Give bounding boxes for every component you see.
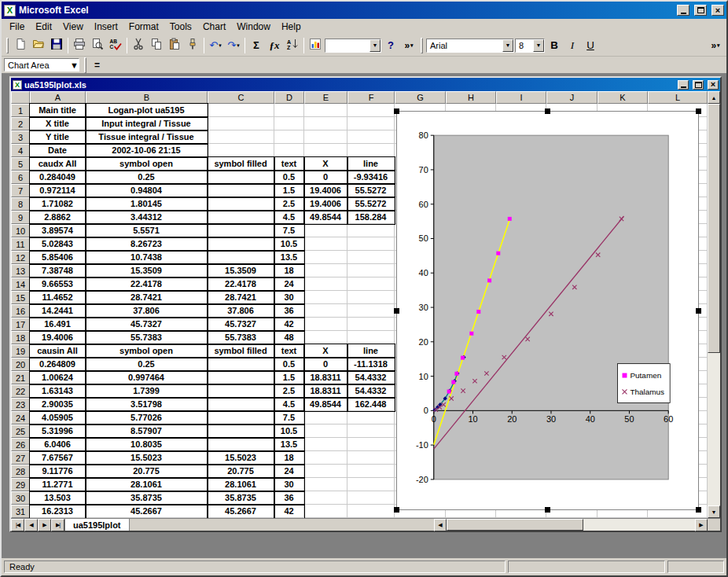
toolbar-drag-handle[interactable] — [6, 38, 9, 53]
menu-tools[interactable]: Tools — [164, 20, 197, 34]
cell-C22[interactable] — [208, 384, 274, 398]
font-name-combo[interactable]: Arial ▼ — [426, 39, 514, 53]
cell-E8[interactable]: 19.4006 — [304, 197, 347, 211]
cell-C9[interactable] — [208, 211, 274, 224]
cell-B13[interactable]: 15.3509 — [86, 264, 208, 277]
cell-A29[interactable]: 11.2771 — [30, 478, 86, 491]
cell-D19[interactable]: text — [274, 344, 304, 358]
edit-formula-button[interactable]: = — [91, 60, 103, 71]
cell-A2[interactable]: X title — [30, 117, 86, 130]
scroll-right-button[interactable]: ▶ — [695, 519, 708, 531]
row-header-4[interactable]: 4 — [11, 144, 30, 157]
select-all-corner[interactable] — [11, 91, 30, 104]
cell-F12[interactable] — [347, 251, 395, 264]
menu-file[interactable]: File — [4, 20, 30, 34]
cell-D9[interactable]: 4.5 — [274, 211, 304, 224]
selection-handle-ne[interactable] — [696, 108, 701, 114]
cell-A13[interactable]: 7.38748 — [30, 264, 86, 277]
row-header-14[interactable]: 14 — [11, 277, 30, 291]
font-size-combo[interactable]: 8 ▼ — [515, 39, 545, 53]
cell-C6[interactable] — [208, 171, 274, 184]
cell-C27[interactable]: 15.5023 — [208, 451, 274, 465]
cell-B3[interactable]: Tissue integral / Tissue — [86, 130, 208, 144]
cell-D22[interactable]: 2.5 — [274, 384, 304, 398]
cell-B21[interactable]: 0.997464 — [86, 371, 208, 384]
cell-A4[interactable]: Date — [30, 144, 86, 157]
cell-A17[interactable]: 16.491 — [30, 318, 86, 331]
column-header-F[interactable]: F — [347, 91, 395, 104]
cell-E6[interactable]: 0 — [304, 171, 347, 184]
help-button[interactable]: ? — [382, 37, 399, 54]
print-button[interactable] — [71, 37, 88, 54]
cell-B15[interactable]: 28.7421 — [86, 291, 208, 304]
cell-A11[interactable]: 5.02843 — [30, 237, 86, 251]
name-box[interactable]: Chart Area ▼ — [4, 58, 79, 72]
cell-E17[interactable] — [304, 318, 347, 331]
formatting-toolbar-options-button[interactable]: »▾ — [707, 37, 724, 54]
cell-F3[interactable] — [347, 130, 395, 144]
cell-D27[interactable]: 18 — [274, 451, 304, 465]
cell-B25[interactable]: 8.57907 — [86, 424, 208, 438]
cell-C15[interactable]: 28.7421 — [208, 291, 274, 304]
cell-B31[interactable]: 45.2667 — [86, 505, 208, 518]
cell-A28[interactable]: 9.11776 — [30, 465, 86, 478]
cell-C1[interactable] — [208, 104, 274, 117]
cell-D12[interactable]: 13.5 — [274, 251, 304, 264]
workbook-titlebar[interactable]: X ua5195lplot.xls × — [11, 78, 720, 91]
cell-F15[interactable] — [347, 291, 395, 304]
cell-E24[interactable] — [304, 411, 347, 424]
cell-B16[interactable]: 37.806 — [86, 304, 208, 318]
cell-F9[interactable]: 158.284 — [347, 211, 395, 224]
row-header-9[interactable]: 9 — [11, 211, 30, 224]
open-button[interactable] — [30, 37, 47, 54]
menu-insert[interactable]: Insert — [89, 20, 123, 34]
cell-B17[interactable]: 45.7327 — [86, 318, 208, 331]
cell-E14[interactable] — [304, 277, 347, 291]
cell-D23[interactable]: 4.5 — [274, 398, 304, 411]
row-header-5[interactable]: 5 — [11, 157, 30, 171]
cell-B30[interactable]: 35.8735 — [86, 491, 208, 505]
cell-D28[interactable]: 24 — [274, 465, 304, 478]
cell-A7[interactable]: 0.972114 — [30, 184, 86, 197]
row-header-18[interactable]: 18 — [11, 331, 30, 344]
cell-A31[interactable]: 16.2313 — [30, 505, 86, 518]
row-header-25[interactable]: 25 — [11, 424, 30, 438]
save-button[interactable] — [48, 37, 65, 54]
column-header-L[interactable]: L — [648, 91, 708, 104]
cell-D31[interactable]: 42 — [274, 505, 304, 518]
cell-E25[interactable] — [304, 424, 347, 438]
app-titlebar[interactable]: X Microsoft Excel × — [2, 2, 726, 19]
cell-E10[interactable] — [304, 224, 347, 237]
row-header-23[interactable]: 23 — [11, 398, 30, 411]
row-header-16[interactable]: 16 — [11, 304, 30, 318]
scroll-left-button[interactable]: ◀ — [434, 519, 447, 531]
cell-D21[interactable]: 1.5 — [274, 371, 304, 384]
row-header-10[interactable]: 10 — [11, 224, 30, 237]
cell-A30[interactable]: 13.503 — [30, 491, 86, 505]
cell-F28[interactable] — [347, 465, 395, 478]
menu-chart[interactable]: Chart — [197, 20, 231, 34]
cell-E12[interactable] — [304, 251, 347, 264]
paste-function-button[interactable]: ƒx — [266, 37, 283, 54]
row-header-6[interactable]: 6 — [11, 171, 30, 184]
cell-B6[interactable]: 0.25 — [86, 171, 208, 184]
cell-A20[interactable]: 0.264809 — [30, 358, 86, 371]
cell-B9[interactable]: 3.44312 — [86, 211, 208, 224]
cell-C24[interactable] — [208, 411, 274, 424]
row-header-3[interactable]: 3 — [11, 130, 30, 144]
cell-B7[interactable]: 0.94804 — [86, 184, 208, 197]
row-header-26[interactable]: 26 — [11, 438, 30, 451]
cell-F21[interactable]: 54.4332 — [347, 371, 395, 384]
cell-A3[interactable]: Y title — [30, 130, 86, 144]
cell-D7[interactable]: 1.5 — [274, 184, 304, 197]
cell-E27[interactable] — [304, 451, 347, 465]
cell-F2[interactable] — [347, 117, 395, 130]
cell-D17[interactable]: 42 — [274, 318, 304, 331]
row-header-29[interactable]: 29 — [11, 478, 30, 491]
cell-C5[interactable]: symbol filled — [208, 157, 274, 171]
vertical-scroll-track[interactable] — [708, 104, 720, 505]
italic-button[interactable]: I — [564, 37, 581, 54]
cell-E26[interactable] — [304, 438, 347, 451]
cell-A16[interactable]: 14.2441 — [30, 304, 86, 318]
cell-E3[interactable] — [304, 130, 347, 144]
